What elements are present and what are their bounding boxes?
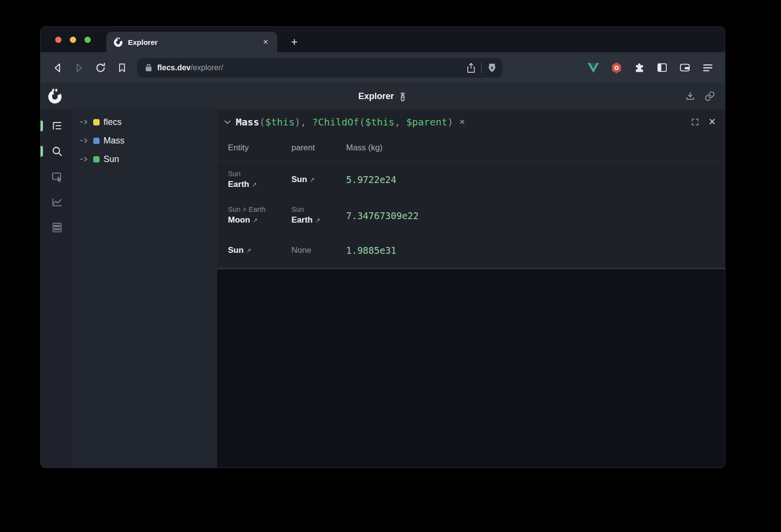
goto-entity-icon: ↗ <box>251 181 257 188</box>
column-header-entity: Entity <box>228 143 291 153</box>
query-clear-icon[interactable]: ✕ <box>459 118 466 126</box>
parent-link[interactable]: Earth↗ <box>291 214 346 226</box>
lock-icon <box>145 63 152 72</box>
zoom-window-button[interactable] <box>84 37 91 43</box>
close-window-button[interactable] <box>55 37 62 43</box>
url-domain: flecs.dev <box>157 63 190 72</box>
rail-tables-icon[interactable] <box>50 221 64 234</box>
query-input[interactable]: Mass($this), ?ChildOf($this, $parent) <box>236 116 453 128</box>
minimize-window-button[interactable] <box>70 37 76 43</box>
tree-item-mass[interactable]: Mass <box>74 131 217 150</box>
tree-item-label: Sun <box>103 154 119 164</box>
remote-connection-icon[interactable] <box>398 90 407 102</box>
entity-color-swatch <box>93 156 100 163</box>
icon-rail <box>41 109 73 468</box>
parent-none-label: None <box>291 246 346 255</box>
page-title: Explorer <box>358 91 394 102</box>
rail-inspector-icon[interactable] <box>50 170 64 184</box>
goto-entity-icon: ↗ <box>315 217 320 224</box>
extensions-puzzle-icon[interactable] <box>634 62 645 73</box>
query-token: ( <box>359 116 365 128</box>
expand-chevron-icon[interactable] <box>80 137 89 144</box>
mass-value: 7.34767309e22 <box>346 210 419 221</box>
expand-chevron-icon[interactable] <box>80 119 89 125</box>
extension-hexagon-icon[interactable] <box>611 62 622 74</box>
entity-parent-path: Sun <box>291 205 346 214</box>
reload-button[interactable] <box>92 60 109 76</box>
mass-value: 5.9722e24 <box>346 174 396 185</box>
fullscreen-icon[interactable] <box>691 118 699 126</box>
download-icon[interactable] <box>685 91 696 102</box>
entity-parent-path: Sun > Earth <box>228 205 291 214</box>
app-header: Explorer <box>41 83 725 109</box>
tab-close-icon[interactable]: ✕ <box>261 37 270 47</box>
tab-title: Explorer <box>128 38 256 46</box>
tree-item-flecs[interactable]: flecs <box>74 113 217 131</box>
entity-color-swatch <box>93 138 100 144</box>
query-token: ?ChildOf <box>312 116 359 128</box>
url-bar[interactable]: flecs.dev/explorer/ <box>137 58 502 78</box>
expand-chevron-icon[interactable] <box>80 156 89 163</box>
table-row: Sun > Earth Moon↗ Sun Earth↗ 7.34767309e… <box>217 198 725 233</box>
query-panel: Mass($this), ?ChildOf($this, $parent) ✕ … <box>217 109 725 269</box>
new-tab-button[interactable]: + <box>285 32 304 52</box>
back-button[interactable] <box>49 60 66 76</box>
panel-close-icon[interactable]: ✕ <box>708 117 716 126</box>
url-path: /explorer/ <box>190 63 223 72</box>
entity-link[interactable]: Sun↗ <box>228 245 291 257</box>
table-row: Sun Earth↗ Sun↗ 5.9722e24 <box>217 162 725 198</box>
parent-link[interactable]: Sun↗ <box>291 174 346 186</box>
menu-hamburger-icon[interactable] <box>702 63 713 73</box>
tab-strip: Explorer ✕ + <box>41 27 725 52</box>
rail-stats-chart-icon[interactable] <box>50 195 64 209</box>
query-token: ) <box>448 116 453 128</box>
extension-icons <box>588 62 717 74</box>
table-row: Sun↗ None 1.9885e31 <box>217 233 725 267</box>
query-token: $parent <box>406 116 447 128</box>
rail-query-search-icon[interactable] <box>50 144 64 158</box>
goto-entity-icon: ↗ <box>309 176 315 184</box>
browser-toolbar: flecs.dev/explorer/ <box>41 52 725 83</box>
entity-link[interactable]: Moon↗ <box>228 214 291 226</box>
wallet-icon[interactable] <box>679 63 690 72</box>
main-area: flecs Mass Sun <box>41 109 725 468</box>
table-header: Entity parent Mass (kg) <box>217 134 725 162</box>
vue-devtools-icon[interactable] <box>588 63 599 73</box>
browser-window: Explorer ✕ + flecs.dev/explorer/ <box>41 27 725 468</box>
collapse-chevron-down-icon[interactable] <box>223 118 232 126</box>
flecs-logo-icon <box>47 88 62 103</box>
entity-link[interactable]: Earth↗ <box>228 179 291 191</box>
tab-favicon-flecs-icon <box>113 37 123 47</box>
active-panel-indicator <box>41 121 43 131</box>
share-icon[interactable] <box>466 62 476 73</box>
entity-tree-panel: flecs Mass Sun <box>73 109 217 468</box>
query-token: ), <box>294 116 312 128</box>
sidebar-toggle-icon[interactable] <box>657 63 667 72</box>
tree-item-label: Mass <box>103 136 124 146</box>
mass-value: 1.9885e31 <box>346 245 396 256</box>
goto-entity-icon: ↗ <box>246 247 251 254</box>
share-link-icon[interactable] <box>704 91 715 102</box>
entity-color-swatch <box>93 119 100 125</box>
column-header-mass: Mass (kg) <box>346 143 725 153</box>
query-token: $this <box>265 116 294 128</box>
rail-entity-tree-icon[interactable] <box>50 119 64 133</box>
query-token: $this <box>365 116 394 128</box>
column-header-parent: parent <box>291 143 346 153</box>
browser-tab[interactable]: Explorer ✕ <box>106 32 277 52</box>
window-controls <box>55 37 91 43</box>
tree-item-sun[interactable]: Sun <box>74 150 217 168</box>
tree-item-label: flecs <box>103 117 122 127</box>
active-panel-indicator <box>41 146 43 157</box>
bookmark-icon[interactable] <box>114 60 130 76</box>
goto-entity-icon: ↗ <box>252 217 258 224</box>
brave-shield-icon[interactable] <box>487 62 497 73</box>
entity-parent-path: Sun <box>228 169 291 179</box>
query-token: ( <box>259 116 265 128</box>
url-bar-divider <box>481 62 482 73</box>
forward-button[interactable] <box>71 60 87 76</box>
query-bar: Mass($this), ?ChildOf($this, $parent) ✕ … <box>217 109 725 134</box>
content-area: Mass($this), ?ChildOf($this, $parent) ✕ … <box>217 109 725 468</box>
query-token: , <box>394 116 406 128</box>
query-token: Mass <box>236 116 259 128</box>
